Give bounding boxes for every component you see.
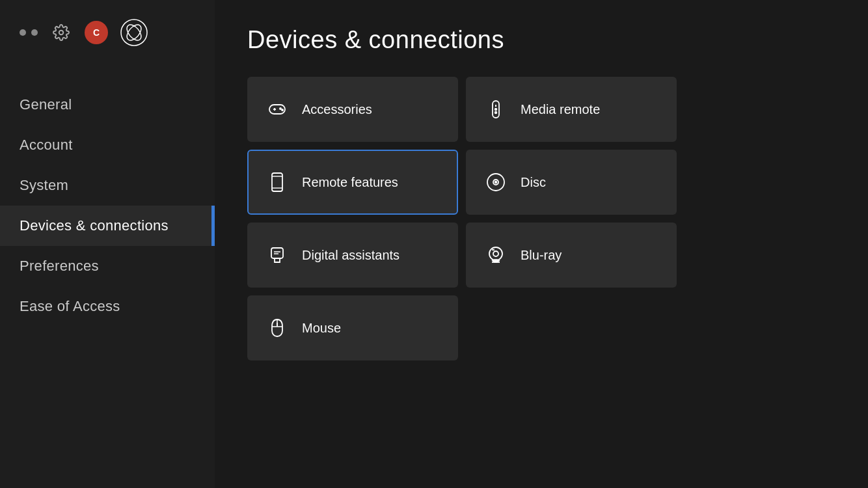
svg-point-8 — [282, 109, 283, 111]
svg-rect-20 — [271, 248, 283, 258]
mouse-icon — [267, 318, 288, 338]
main-content: Devices & connections Accessories — [215, 0, 868, 488]
svg-point-0 — [59, 31, 64, 35]
svg-point-7 — [280, 108, 281, 109]
svg-point-25 — [493, 251, 498, 256]
mouse-label: Mouse — [302, 321, 341, 336]
sidebar-item-devices[interactable]: Devices & connections — [0, 206, 215, 246]
sidebar-nav: General Account System Devices & connect… — [0, 65, 215, 327]
svg-point-3 — [124, 22, 144, 43]
sidebar-header: C — [0, 0, 215, 65]
blu-ray-label: Blu-ray — [521, 248, 562, 263]
grid-item-mouse[interactable]: Mouse — [247, 295, 458, 360]
svg-point-12 — [495, 112, 497, 114]
dot-group — [20, 29, 38, 36]
svg-point-24 — [489, 247, 502, 260]
dot-2 — [31, 29, 38, 36]
grid-item-digital-assistants[interactable]: Digital assistants — [247, 223, 458, 288]
svg-point-11 — [495, 109, 497, 111]
digital-assistants-label: Digital assistants — [302, 248, 400, 263]
assistant-icon — [267, 245, 288, 265]
grid-item-media-remote[interactable]: Media remote — [466, 77, 677, 142]
grid: Accessories Media remote — [247, 77, 677, 360]
avatar[interactable]: C — [85, 21, 108, 44]
grid-item-blu-ray[interactable]: Blu-ray — [466, 223, 677, 288]
remote-icon — [485, 99, 506, 120]
grid-item-accessories[interactable]: Accessories — [247, 77, 458, 142]
phone-icon — [267, 172, 288, 193]
gear-icon[interactable] — [49, 21, 73, 44]
accessories-label: Accessories — [302, 102, 372, 117]
sidebar-item-preferences[interactable]: Preferences — [0, 246, 215, 286]
gamepad-icon — [267, 99, 288, 120]
dot-1 — [20, 29, 26, 36]
sidebar-item-account[interactable]: Account — [0, 125, 215, 165]
svg-point-19 — [495, 182, 497, 183]
xbox-logo[interactable] — [120, 18, 148, 47]
bluray-icon — [485, 245, 506, 265]
remote-features-label: Remote features — [302, 175, 398, 190]
svg-point-1 — [121, 20, 147, 46]
sidebar: C General Account System Devices & conne… — [0, 0, 215, 488]
disc-label: Disc — [521, 175, 546, 190]
sidebar-item-general[interactable]: General — [0, 85, 215, 125]
grid-item-disc[interactable]: Disc — [466, 150, 677, 215]
disc-icon — [485, 172, 506, 193]
svg-rect-13 — [272, 173, 282, 191]
page-title: Devices & connections — [247, 26, 835, 54]
grid-item-remote-features[interactable]: Remote features — [247, 150, 458, 215]
sidebar-item-ease[interactable]: Ease of Access — [0, 286, 215, 327]
sidebar-item-system[interactable]: System — [0, 165, 215, 206]
media-remote-label: Media remote — [521, 102, 600, 117]
